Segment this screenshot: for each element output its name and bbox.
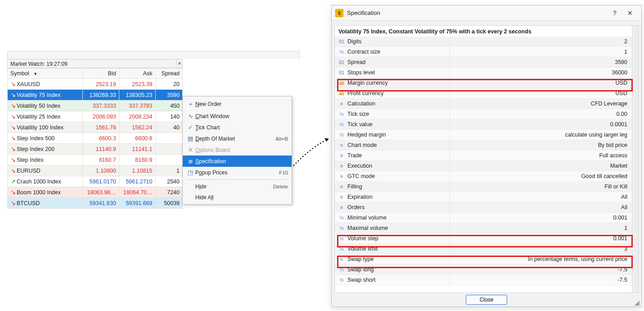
context-menu-item[interactable]: ✓Tick Chart (183, 122, 292, 133)
col-symbol[interactable]: Symbol ▼ (8, 69, 83, 79)
col-bid[interactable]: Bid (83, 69, 119, 79)
specification-row[interactable]: ½Minimal volume0.001 (335, 213, 632, 223)
spec-row-value: 0.001 (450, 233, 632, 243)
spec-row-icon: ½ (338, 47, 346, 57)
spec-row-key: Trade (347, 151, 362, 161)
context-menu-item[interactable]: Hide All (183, 192, 292, 203)
specification-row[interactable]: ½Contract size1 (335, 47, 632, 57)
table-row[interactable]: ↘BTCUSD59341.63059391.66950039 (8, 198, 183, 209)
symbol-name: XAUUSD (17, 81, 40, 87)
specification-row[interactable]: ≡OrdersAll (335, 202, 632, 213)
spec-row-icon: ½ (338, 213, 346, 223)
specification-row[interactable]: ≡Swap typeIn percentage terms, using cur… (335, 254, 632, 265)
spec-row-value: USD (450, 78, 632, 88)
spec-row-icon: ½ (338, 275, 346, 285)
col-spread[interactable]: Spread (155, 69, 183, 79)
bid-value: 1561.78 (83, 122, 119, 133)
specification-row[interactable]: ½Tick size0.00 (335, 109, 632, 119)
spec-row-value: Market (450, 161, 632, 171)
spread-value: 1 (155, 165, 183, 176)
spec-row-key: Volume limit (347, 244, 378, 254)
spec-row-key: Volume step (347, 233, 378, 244)
specification-row[interactable]: ≡FillingFill or Kill (335, 182, 632, 192)
symbol-name: Volatility 25 Index (17, 114, 60, 120)
specification-titlebar[interactable]: $ Specification ? ✕ (332, 5, 641, 21)
arrow-down-icon: ↘ (10, 135, 16, 142)
specification-footer: Close (332, 293, 641, 306)
table-row[interactable]: ↘Volatility 50 Index337.3333337.3783450 (8, 101, 183, 111)
specification-row[interactable]: ½Swap long-7.5 (335, 265, 632, 275)
arrow-down-icon: ↘ (10, 81, 16, 87)
table-row[interactable]: ↘Volatility 100 Index1561.781562.2440 (8, 122, 183, 133)
spec-row-key: Execution (347, 161, 372, 171)
spec-row-value: -7.5 (450, 275, 632, 285)
spec-row-icon: ½ (338, 265, 346, 275)
specification-row[interactable]: ≡ExecutionMarket (335, 161, 632, 171)
ask-value: 2008.234 (119, 111, 155, 122)
spec-row-key: Digits (347, 37, 361, 47)
resize-grip-icon[interactable]: ◢ (635, 300, 640, 305)
table-row[interactable]: ↘Step Index 5006600.36600.8 (8, 133, 183, 144)
specification-row[interactable]: ½Maximal volume1 (335, 223, 632, 233)
market-watch-close-button[interactable]: × (176, 59, 183, 68)
table-row[interactable]: ↗Crash 1000 Index5961.01705961.27102540 (8, 176, 183, 187)
bid-value: 1.10800 (83, 165, 119, 176)
arrow-down-icon: ↘ (10, 91, 16, 98)
specification-row[interactable]: 01Digits2 (335, 37, 632, 47)
table-row[interactable]: ↘EURUSD1.108001.108151 (8, 165, 183, 176)
specification-row[interactable]: ≡ExpirationAll (335, 192, 632, 202)
specification-row[interactable]: 01Stops level36000 (335, 68, 632, 78)
context-menu-icon: ∿ (185, 113, 195, 119)
context-menu-item[interactable]: ◳Popup PricesF10 (183, 167, 292, 178)
market-watch-header-row: Symbol ▼ Bid Ask Spread (8, 69, 183, 79)
help-button[interactable]: ? (607, 7, 622, 19)
spread-value: 140 (155, 111, 183, 122)
specification-row[interactable]: ½Swap short-7.5 (335, 275, 632, 285)
table-row[interactable]: ↘Volatility 25 Index2008.0932008.234140 (8, 111, 183, 122)
table-row[interactable]: ↘Step Index8160.78160.9 (8, 155, 183, 165)
table-row[interactable]: ↘Volatility 75 Index138269.33138305.2335… (8, 90, 183, 101)
specification-row[interactable]: abMargin currencyUSD (335, 78, 632, 88)
spec-row-icon: ≡ (338, 171, 346, 182)
specification-row[interactable]: ½Volume step0.001 (335, 233, 632, 244)
spec-row-value: 1 (450, 47, 632, 57)
arrow-up-icon: ↗ (10, 178, 16, 185)
table-row[interactable]: ↘XAUUSD2523.192523.3920 (8, 79, 183, 90)
spec-row-key: Minimal volume (347, 213, 387, 223)
context-menu-item[interactable]: HideDelete (183, 181, 292, 192)
arrow-down-icon: ↘ (10, 146, 16, 152)
spec-row-key: Swap type (347, 254, 374, 265)
spread-value (155, 155, 183, 165)
spread-value: 40 (155, 122, 183, 133)
specification-row[interactable]: 01Spread3590 (335, 57, 632, 68)
spec-row-key: Profit currency (347, 88, 384, 99)
arrow-down-icon: ↘ (10, 156, 16, 163)
specification-row[interactable]: ≡TradeFull access (335, 151, 632, 161)
specification-header: Volatility 75 Index, Constant Volatility… (335, 26, 638, 37)
specification-row[interactable]: ≡Chart modeBy bid price (335, 140, 632, 151)
specification-row[interactable]: abProfit currencyUSD (335, 88, 632, 99)
context-menu-item[interactable]: ∿Chart Window (183, 110, 292, 122)
context-menu-item[interactable]: ▤Depth Of MarketAlt+B (183, 133, 292, 144)
spec-row-value: All (450, 192, 632, 202)
specification-scrollbar[interactable] (632, 26, 638, 293)
context-menu-item[interactable]: ＋New Order (183, 98, 292, 110)
table-row[interactable]: ↘Boom 1000 Index18063.98…18064.70…7240 (8, 187, 183, 198)
specification-row[interactable]: ≡GTC modeGood till cancelled (335, 171, 632, 182)
table-row[interactable]: ↘Step Index 20011140.911141.1 (8, 144, 183, 155)
context-menu-icon: ✖ (185, 146, 195, 153)
specification-row[interactable]: ½Volume limit3 (335, 244, 632, 254)
ask-value: 5961.2710 (119, 176, 155, 187)
spec-row-icon: ab (338, 88, 346, 99)
spec-row-value: In percentage terms, using current price (450, 254, 632, 264)
specification-close-button[interactable]: Close (466, 295, 507, 305)
bid-value: 8160.7 (83, 155, 119, 165)
context-menu-item[interactable]: ≣Specification (183, 156, 292, 167)
specification-row[interactable]: ≡CalculationCFD Leverage (335, 99, 632, 109)
window-close-button[interactable]: ✕ (622, 7, 638, 19)
specification-row[interactable]: ½Hedged margincalculate using larger leg (335, 130, 632, 140)
market-watch-title: Market Watch: 19:27:09 (7, 59, 182, 68)
ask-value: 11141.1 (119, 144, 155, 155)
col-ask[interactable]: Ask (119, 69, 155, 79)
specification-row[interactable]: ½Tick value0.0001 (335, 119, 632, 130)
